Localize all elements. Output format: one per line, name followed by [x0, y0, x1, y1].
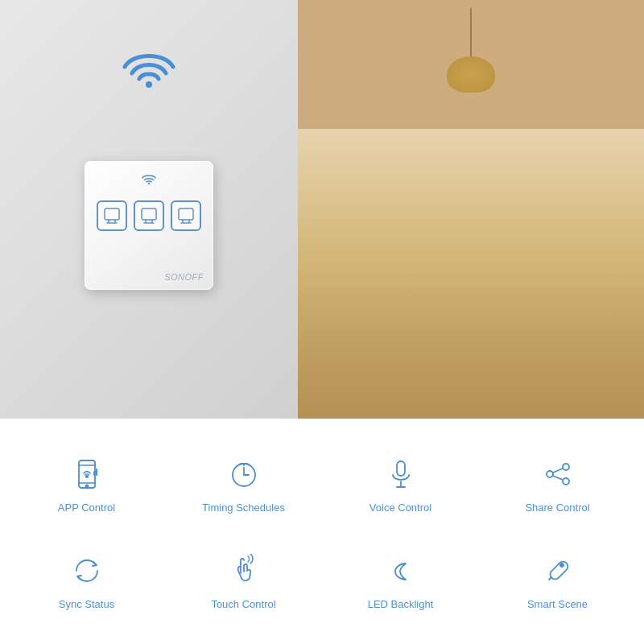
share-control-label: Share Control	[525, 502, 589, 514]
feature-touch-control: Touch Control	[165, 531, 322, 628]
svg-point-18	[563, 464, 569, 470]
svg-point-9	[85, 475, 87, 477]
feature-app-control: APP Control	[8, 435, 165, 531]
left-panel: SONOFF	[0, 0, 298, 419]
touch-control-label: Touch Control	[211, 598, 275, 610]
feature-led-backlight: LED Backlight	[322, 531, 479, 628]
sync-status-label: Sync Status	[59, 598, 114, 610]
svg-point-20	[563, 478, 569, 485]
device-wifi-indicator	[142, 174, 156, 188]
features-grid: APP Control Timing Schedules	[0, 419, 644, 644]
svg-line-21	[553, 469, 563, 473]
share-control-icon	[537, 453, 579, 495]
svg-point-0	[146, 81, 152, 88]
main-container: SONOFF	[0, 0, 644, 644]
product-image-section: SONOFF	[0, 0, 644, 419]
led-backlight-icon	[380, 550, 422, 592]
switch-button-3[interactable]	[171, 200, 201, 231]
feature-share-control: Share Control	[479, 435, 636, 531]
brand-label: SONOFF	[164, 272, 204, 282]
led-backlight-label: LED Backlight	[368, 598, 434, 610]
svg-point-8	[85, 485, 88, 487]
switch-button-1[interactable]	[97, 200, 127, 231]
smart-switch-device: SONOFF	[85, 161, 213, 290]
timing-schedules-label: Timing Schedules	[202, 502, 285, 514]
svg-point-1	[148, 183, 150, 184]
right-kitchen-panel	[298, 0, 644, 419]
feature-smart-scene: Smart Scene	[479, 531, 636, 628]
sync-status-icon	[66, 550, 108, 592]
svg-point-24	[560, 564, 564, 567]
switch-buttons-group	[97, 200, 201, 231]
feature-timing-schedules: Timing Schedules	[165, 435, 322, 531]
timing-schedules-icon	[223, 453, 265, 495]
switch-button-2[interactable]	[134, 200, 164, 231]
svg-line-22	[553, 476, 563, 480]
feature-voice-control: Voice Control	[322, 435, 479, 531]
smart-scene-icon	[537, 550, 579, 592]
svg-rect-15	[397, 461, 405, 476]
svg-line-25	[549, 577, 551, 580]
voice-control-label: Voice Control	[369, 502, 431, 514]
wifi-signal-icon	[121, 44, 177, 92]
svg-rect-4	[179, 208, 193, 220]
touch-control-icon	[223, 550, 265, 592]
svg-rect-2	[105, 208, 119, 220]
svg-rect-3	[142, 208, 156, 220]
app-control-label: APP Control	[58, 502, 115, 514]
feature-sync-status: Sync Status	[8, 531, 165, 628]
smart-scene-label: Smart Scene	[527, 598, 588, 610]
svg-point-19	[547, 471, 553, 477]
voice-control-icon	[380, 453, 422, 495]
app-control-icon	[66, 453, 108, 495]
